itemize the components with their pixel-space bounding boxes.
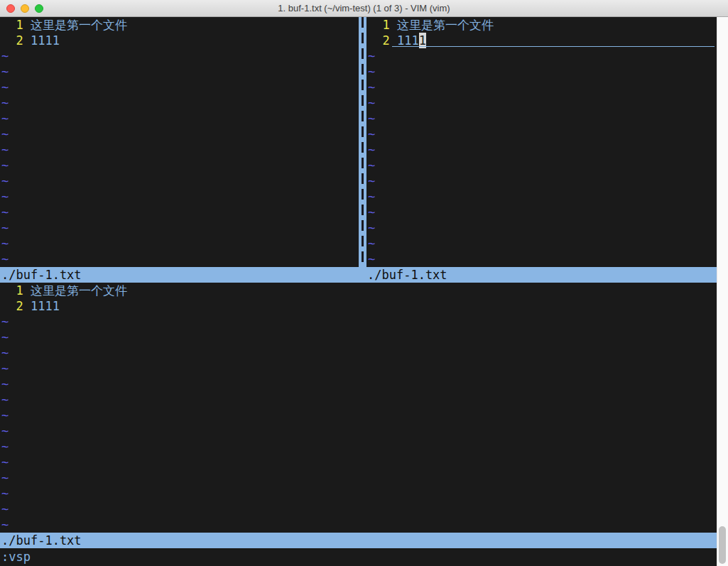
tilde-line: ~ <box>0 408 717 423</box>
cursorline-underline <box>392 46 715 47</box>
tilde-line: ~ <box>0 205 359 220</box>
tilde-line: ~ <box>366 251 717 267</box>
buffer-line[interactable]: 1 这里是第一个文件 <box>0 283 717 298</box>
buffer-text: 这里是第一个文件 <box>31 283 127 298</box>
buffer-text: 这里是第一个文件 <box>397 18 494 32</box>
tilde-line: ~ <box>0 220 359 236</box>
buffer-line[interactable]: 1 这里是第一个文件 <box>0 17 359 33</box>
tilde-line: ~ <box>0 486 717 501</box>
vim-terminal: 1 这里是第一个文件 2 1111~~~~~~~~~~~~~~ 1 这里是第一个… <box>0 17 717 566</box>
tilde-line: ~ <box>0 376 717 392</box>
tilde-line: ~ <box>0 345 717 361</box>
tilde-line: ~ <box>366 64 717 80</box>
tilde-line: ~ <box>366 111 717 126</box>
tilde-line: ~ <box>0 189 359 205</box>
titlebar[interactable]: 1. buf-1.txt (~/vim-test) (1 of 3) - VIM… <box>0 0 728 17</box>
minimize-button[interactable] <box>21 4 29 13</box>
line-number: 1 <box>368 18 397 32</box>
tilde-line: ~ <box>0 501 717 517</box>
vertical-split-separator[interactable] <box>359 17 366 267</box>
line-number: 2 <box>368 33 397 48</box>
tilde-line: ~ <box>0 48 359 64</box>
close-button[interactable] <box>6 4 15 13</box>
tilde-line: ~ <box>0 423 717 439</box>
tilde-line: ~ <box>366 80 717 95</box>
tilde-line: ~ <box>366 236 717 251</box>
tilde-line: ~ <box>0 173 359 189</box>
tilde-line: ~ <box>0 158 359 173</box>
buffer-line[interactable]: 2 1111 <box>366 33 717 48</box>
line-number: 1 <box>1 18 31 32</box>
tilde-line: ~ <box>0 517 717 533</box>
tilde-line: ~ <box>366 95 717 111</box>
tilde-line: ~ <box>0 470 717 486</box>
buffer-text: 这里是第一个文件 <box>31 18 127 32</box>
line-number: 1 <box>1 283 31 298</box>
tilde-line: ~ <box>0 330 717 345</box>
statusline-filename-left: ./buf-1.txt <box>1 267 82 283</box>
macvim-window: 1. buf-1.txt (~/vim-test) (1 of 3) - VIM… <box>0 0 728 566</box>
statusline-filename-right: ./buf-1.txt <box>367 267 447 283</box>
tilde-line: ~ <box>0 64 359 80</box>
tilde-line: ~ <box>366 220 717 236</box>
statusline-filename-bottom: ./buf-1.txt <box>1 533 82 548</box>
buffer-line[interactable]: 2 1111 <box>0 33 359 48</box>
line-number: 2 <box>1 299 31 313</box>
line-number: 2 <box>1 33 31 48</box>
statusline-bottom[interactable]: ./buf-1.txt <box>0 533 717 548</box>
tilde-line: ~ <box>0 111 359 126</box>
tilde-line: ~ <box>0 439 717 455</box>
window-body: 1 这里是第一个文件 2 1111~~~~~~~~~~~~~~ 1 这里是第一个… <box>0 17 728 566</box>
editor-window-bottom[interactable]: 1 这里是第一个文件 2 1111~~~~~~~~~~~~~~ <box>0 283 717 533</box>
tilde-line: ~ <box>366 158 717 173</box>
buffer-text: 1111 <box>31 33 60 48</box>
editor-window-top-left[interactable]: 1 这里是第一个文件 2 1111~~~~~~~~~~~~~~ <box>0 17 359 267</box>
tilde-line: ~ <box>366 126 717 142</box>
statusline-top[interactable]: ./buf-1.txt ./buf-1.txt <box>0 267 717 283</box>
tilde-line: ~ <box>0 80 359 95</box>
command-line[interactable]: :vsp <box>0 548 717 566</box>
tilde-line: ~ <box>366 48 717 64</box>
tilde-line: ~ <box>0 95 359 111</box>
scrollbar-track[interactable] <box>717 17 728 566</box>
buffer-line[interactable]: 1 这里是第一个文件 <box>366 17 717 33</box>
tilde-line: ~ <box>0 236 359 251</box>
top-splits: 1 这里是第一个文件 2 1111~~~~~~~~~~~~~~ 1 这里是第一个… <box>0 17 717 267</box>
buffer-text: 1111 <box>31 299 60 313</box>
tilde-line: ~ <box>0 361 717 376</box>
tilde-line: ~ <box>0 142 359 158</box>
tilde-line: ~ <box>366 189 717 205</box>
scrollbar-thumb[interactable] <box>719 526 726 564</box>
buffer-line[interactable]: 2 1111 <box>0 298 717 314</box>
zoom-button[interactable] <box>35 4 43 13</box>
traffic-lights <box>0 4 43 13</box>
text-before-cursor: 111 <box>397 33 419 48</box>
window-title: 1. buf-1.txt (~/vim-test) (1 of 3) - VIM… <box>0 3 728 13</box>
tilde-line: ~ <box>366 205 717 220</box>
tilde-line: ~ <box>0 455 717 470</box>
tilde-line: ~ <box>0 392 717 408</box>
tilde-line: ~ <box>366 173 717 189</box>
editor-window-top-right[interactable]: 1 这里是第一个文件 2 1111~~~~~~~~~~~~~~ <box>366 17 717 267</box>
tilde-line: ~ <box>366 142 717 158</box>
tilde-line: ~ <box>0 314 717 330</box>
tilde-line: ~ <box>0 251 359 267</box>
separator-bar-glyphs <box>362 17 364 267</box>
tilde-line: ~ <box>0 126 359 142</box>
